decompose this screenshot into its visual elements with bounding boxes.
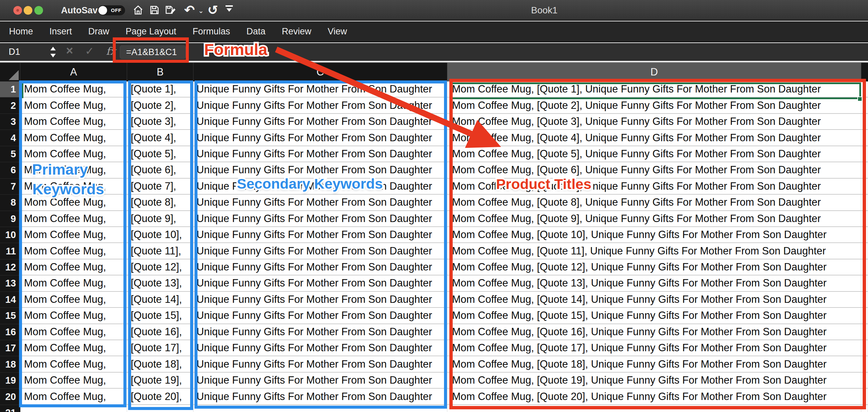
cell-D5[interactable]: Mom Coffee Mug, [Quote 5], Unique Funny … bbox=[447, 146, 861, 162]
menu-item-data[interactable]: Data bbox=[247, 26, 266, 37]
menu-item-insert[interactable]: Insert bbox=[50, 26, 72, 37]
row-header-16[interactable]: 16 bbox=[0, 324, 20, 340]
cell-C3[interactable]: Unique Funny Gifts For Mother From Son D… bbox=[193, 114, 447, 130]
row-header-10[interactable]: 10 bbox=[0, 227, 20, 243]
row-header-5[interactable]: 5 bbox=[0, 146, 20, 162]
cell-D4[interactable]: Mom Coffee Mug, [Quote 4], Unique Funny … bbox=[447, 130, 861, 146]
row-header-6[interactable]: 6 bbox=[0, 162, 20, 178]
cell-D20[interactable]: Mom Coffee Mug, [Quote 20], Unique Funny… bbox=[447, 389, 861, 405]
name-box[interactable]: D1 bbox=[9, 47, 20, 57]
cell-A13[interactable]: Mom Coffee Mug, bbox=[20, 275, 127, 292]
cell-D17[interactable]: Mom Coffee Mug, [Quote 17], Unique Funny… bbox=[447, 340, 861, 356]
cell-A9[interactable]: Mom Coffee Mug, bbox=[20, 211, 127, 227]
cell-B2[interactable]: [Quote 2], bbox=[127, 97, 193, 114]
cell-B5[interactable]: [Quote 5], bbox=[127, 146, 193, 162]
cell-B3[interactable]: [Quote 3], bbox=[127, 114, 193, 130]
redo-icon[interactable]: ↺ bbox=[208, 3, 218, 17]
cell-C2[interactable]: Unique Funny Gifts For Mother From Son D… bbox=[193, 97, 447, 114]
save-icon[interactable] bbox=[149, 5, 160, 17]
menu-item-formulas[interactable]: Formulas bbox=[192, 26, 230, 37]
cell-C18[interactable]: Unique Funny Gifts For Mother From Son D… bbox=[193, 356, 447, 372]
cell-B15[interactable]: [Quote 15], bbox=[127, 308, 193, 324]
cell-C13[interactable]: Unique Funny Gifts For Mother From Son D… bbox=[193, 275, 447, 292]
row-header-3[interactable]: 3 bbox=[0, 114, 20, 130]
menu-item-review[interactable]: Review bbox=[282, 26, 312, 37]
cell-C8[interactable]: Unique Funny Gifts For Mother From Son D… bbox=[193, 195, 447, 211]
fill-handle[interactable] bbox=[857, 96, 862, 101]
cancel-icon[interactable]: × bbox=[66, 44, 73, 58]
cell-B12[interactable]: [Quote 12], bbox=[127, 259, 193, 275]
close-window-button[interactable] bbox=[13, 6, 22, 15]
undo-icon[interactable]: ↶ bbox=[184, 3, 195, 17]
cell-B16[interactable]: [Quote 16], bbox=[127, 324, 193, 340]
row-header-1[interactable]: 1 bbox=[0, 82, 20, 97]
cell-B14[interactable]: [Quote 14], bbox=[127, 292, 193, 308]
row-header-17[interactable]: 17 bbox=[0, 340, 20, 356]
row-header-15[interactable]: 15 bbox=[0, 308, 20, 324]
cell-A18[interactable]: Mom Coffee Mug, bbox=[20, 356, 127, 372]
undo-menu-chevron-icon[interactable]: ⌄ bbox=[198, 7, 204, 15]
row-header-19[interactable]: 19 bbox=[0, 373, 20, 389]
menu-item-view[interactable]: View bbox=[328, 26, 347, 37]
cell-D10[interactable]: Mom Coffee Mug, [Quote 10], Unique Funny… bbox=[447, 227, 861, 243]
cell-B20[interactable]: [Quote 20], bbox=[127, 389, 193, 405]
spinner-down-icon[interactable] bbox=[50, 54, 56, 57]
cell-C9[interactable]: Unique Funny Gifts For Mother From Son D… bbox=[193, 211, 447, 227]
cell-A1[interactable]: Mom Coffee Mug, bbox=[20, 82, 127, 97]
row-header-14[interactable]: 14 bbox=[0, 292, 20, 308]
cell-D2[interactable]: Mom Coffee Mug, [Quote 2], Unique Funny … bbox=[447, 97, 861, 114]
cell-B18[interactable]: [Quote 18], bbox=[127, 356, 193, 372]
cell-C21[interactable] bbox=[193, 405, 447, 412]
row-header-7[interactable]: 7 bbox=[0, 179, 20, 195]
cell-B9[interactable]: [Quote 9], bbox=[127, 211, 193, 227]
cell-D14[interactable]: Mom Coffee Mug, [Quote 14], Unique Funny… bbox=[447, 292, 861, 308]
cell-D13[interactable]: Mom Coffee Mug, [Quote 13], Unique Funny… bbox=[447, 275, 861, 292]
cell-B1[interactable]: [Quote 1], bbox=[127, 82, 193, 97]
cell-C10[interactable]: Unique Funny Gifts For Mother From Son D… bbox=[193, 227, 447, 243]
cell-A14[interactable]: Mom Coffee Mug, bbox=[20, 292, 127, 308]
cell-A12[interactable]: Mom Coffee Mug, bbox=[20, 259, 127, 275]
cell-C1[interactable]: Unique Funny Gifts For Mother From Son D… bbox=[193, 82, 447, 97]
row-header-2[interactable]: 2 bbox=[0, 97, 20, 114]
cell-B8[interactable]: [Quote 8], bbox=[127, 195, 193, 211]
cell-A4[interactable]: Mom Coffee Mug, bbox=[20, 130, 127, 146]
home-icon[interactable] bbox=[133, 5, 144, 17]
row-header-11[interactable]: 11 bbox=[0, 243, 20, 259]
cell-A3[interactable]: Mom Coffee Mug, bbox=[20, 114, 127, 130]
cell-D19[interactable]: Mom Coffee Mug, [Quote 19], Unique Funny… bbox=[447, 373, 861, 389]
cell-C19[interactable]: Unique Funny Gifts For Mother From Son D… bbox=[193, 373, 447, 389]
cell-D12[interactable]: Mom Coffee Mug, [Quote 12], Unique Funny… bbox=[447, 259, 861, 275]
minimize-window-button[interactable] bbox=[24, 6, 32, 15]
row-header-21[interactable]: 21 bbox=[0, 405, 20, 412]
cell-B7[interactable]: [Quote 7], bbox=[127, 179, 193, 195]
menu-item-draw[interactable]: Draw bbox=[88, 26, 110, 37]
row-header-9[interactable]: 9 bbox=[0, 211, 20, 227]
cell-C17[interactable]: Unique Funny Gifts For Mother From Son D… bbox=[193, 340, 447, 356]
cell-D15[interactable]: Mom Coffee Mug, [Quote 15], Unique Funny… bbox=[447, 308, 861, 324]
cell-B11[interactable]: [Quote 11], bbox=[127, 243, 193, 259]
menu-item-page-layout[interactable]: Page Layout bbox=[126, 26, 177, 37]
cell-B17[interactable]: [Quote 17], bbox=[127, 340, 193, 356]
row-header-12[interactable]: 12 bbox=[0, 259, 20, 275]
cell-D16[interactable]: Mom Coffee Mug, [Quote 16], Unique Funny… bbox=[447, 324, 861, 340]
cell-A10[interactable]: Mom Coffee Mug, bbox=[20, 227, 127, 243]
cell-B6[interactable]: [Quote 6], bbox=[127, 162, 193, 178]
cell-B13[interactable]: [Quote 13], bbox=[127, 275, 193, 292]
cell-B21[interactable] bbox=[127, 405, 193, 412]
cell-B10[interactable]: [Quote 10], bbox=[127, 227, 193, 243]
autosave-toggle[interactable]: OFF bbox=[98, 5, 125, 16]
cell-A11[interactable]: Mom Coffee Mug, bbox=[20, 243, 127, 259]
cell-B19[interactable]: [Quote 19], bbox=[127, 373, 193, 389]
save-as-icon[interactable] bbox=[165, 5, 176, 17]
cell-A17[interactable]: Mom Coffee Mug, bbox=[20, 340, 127, 356]
insert-function-icon[interactable]: fx bbox=[106, 45, 116, 57]
cell-A19[interactable]: Mom Coffee Mug, bbox=[20, 373, 127, 389]
row-header-8[interactable]: 8 bbox=[0, 195, 20, 211]
cell-D11[interactable]: Mom Coffee Mug, [Quote 11], Unique Funny… bbox=[447, 243, 861, 259]
cell-C16[interactable]: Unique Funny Gifts For Mother From Son D… bbox=[193, 324, 447, 340]
name-box-spinner[interactable] bbox=[50, 46, 57, 58]
cell-D8[interactable]: Mom Coffee Mug, [Quote 8], Unique Funny … bbox=[447, 195, 861, 211]
cell-D3[interactable]: Mom Coffee Mug, [Quote 3], Unique Funny … bbox=[447, 114, 861, 130]
row-header-20[interactable]: 20 bbox=[0, 389, 20, 405]
cell-A16[interactable]: Mom Coffee Mug, bbox=[20, 324, 127, 340]
